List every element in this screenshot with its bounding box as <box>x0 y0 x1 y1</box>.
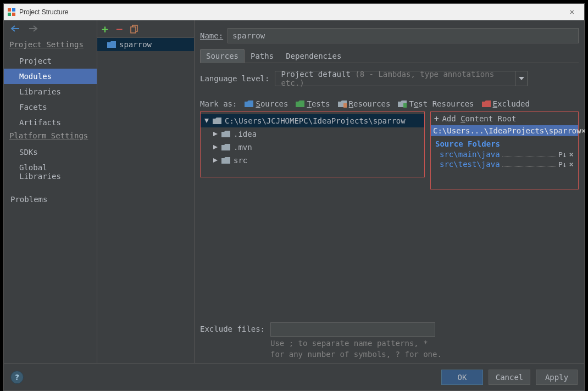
tree-row-mvn[interactable]: .mvn <box>201 141 424 154</box>
content-root-path: C:\Users...\IdeaProjects\sparrow <box>433 126 581 135</box>
nav-item-facets[interactable]: Facets <box>4 99 97 115</box>
nav-item-global-libraries[interactable]: Global Libraries <box>4 160 97 184</box>
left-sidebar: Project Settings Project Modules Librari… <box>4 20 97 363</box>
folder-icon <box>221 157 230 164</box>
package-prefix-icon[interactable]: P↓ <box>558 150 567 159</box>
content-root-panel: + Add Content Root C:\Users...\IdeaProje… <box>430 111 579 189</box>
cancel-button[interactable]: Cancel <box>489 370 530 385</box>
dialog-footer: ? OK Cancel Apply <box>4 363 584 390</box>
remove-module-icon[interactable]: − <box>116 24 123 35</box>
module-tabs: Sources Paths Dependencies <box>200 49 579 63</box>
tab-sources[interactable]: Sources <box>200 49 245 63</box>
chevron-right-icon[interactable] <box>213 145 218 149</box>
titlebar: Project Structure × <box>4 4 584 20</box>
remove-source-folder-icon[interactable]: × <box>568 150 575 159</box>
source-folder-item[interactable]: src\test\java P↓ × <box>431 159 578 169</box>
nav-forward-icon <box>28 25 38 32</box>
exclude-files-label: Exclude files: <box>200 322 265 333</box>
exclude-files-input[interactable] <box>270 322 435 337</box>
nav-item-sdks[interactable]: SDKs <box>4 144 97 160</box>
add-icon: + <box>434 114 439 123</box>
modules-list-panel: + − sparrow <box>97 20 195 363</box>
mark-as-row: Mark as: Sources Tests Resources <box>200 99 579 108</box>
window-title: Project Structure <box>19 8 68 16</box>
language-level-select[interactable]: Project default (8 - Lambdas, type annot… <box>275 71 528 86</box>
folder-icon <box>107 41 116 48</box>
remove-source-folder-icon[interactable]: × <box>568 160 575 169</box>
exclude-hint-line1: Use ; to separate name patterns, * <box>270 339 442 348</box>
package-prefix-icon[interactable]: P↓ <box>558 160 567 169</box>
chevron-right-icon[interactable] <box>213 132 218 136</box>
svg-rect-9 <box>403 103 407 108</box>
exclude-hint-line2: for any number of symbols, ? for one. <box>270 350 442 359</box>
folder-excluded-icon <box>482 100 491 108</box>
language-level-label: Language level: <box>200 74 269 83</box>
nav-item-modules[interactable]: Modules <box>4 69 97 84</box>
svg-rect-7 <box>131 27 136 33</box>
module-name-input[interactable] <box>228 28 579 43</box>
nav-item-libraries[interactable]: Libraries <box>4 84 97 99</box>
add-content-root-button[interactable]: + Add Content Root <box>431 112 578 125</box>
tab-dependencies[interactable]: Dependencies <box>280 49 347 63</box>
mark-chip-sources[interactable]: Sources <box>245 99 288 108</box>
content-root-tree[interactable]: C:\Users\JCJHOMEPC\IdeaProjects\sparrow … <box>200 111 425 177</box>
nav-section-project-settings: Project Settings <box>4 39 97 53</box>
module-label: sparrow <box>119 40 152 49</box>
tab-paths[interactable]: Paths <box>245 49 280 63</box>
source-folder-item[interactable]: src\main\java P↓ × <box>431 149 578 159</box>
tree-row-idea[interactable]: .idea <box>201 127 424 141</box>
content-root-path-row[interactable]: C:\Users...\IdeaProjects\sparrow × <box>431 125 578 136</box>
add-module-icon[interactable]: + <box>102 24 108 35</box>
chevron-down-icon <box>515 71 528 86</box>
nav-item-project[interactable]: Project <box>4 53 97 69</box>
chevron-right-icon[interactable] <box>213 158 218 163</box>
mark-as-label: Mark as: <box>200 99 237 108</box>
module-details-panel: Name: Sources Paths Dependencies Languag… <box>195 20 584 363</box>
project-structure-window: Project Structure × Project Settings Pro… <box>3 3 585 391</box>
svg-rect-2 <box>8 13 11 16</box>
modules-toolbar: + − <box>97 20 194 38</box>
name-label: Name: <box>200 31 223 40</box>
mark-chip-tests[interactable]: Tests <box>296 99 330 108</box>
svg-rect-8 <box>343 103 347 108</box>
folder-tests-icon <box>296 100 304 108</box>
module-item-sparrow[interactable]: sparrow <box>97 38 194 51</box>
svg-rect-1 <box>12 8 15 12</box>
close-icon[interactable]: × <box>563 7 581 18</box>
folder-sources-icon <box>245 100 253 108</box>
folder-icon <box>221 130 230 138</box>
language-level-value: Project default (8 - Lambdas, type annot… <box>275 70 514 87</box>
copy-module-icon[interactable] <box>130 25 139 33</box>
remove-content-root-icon[interactable]: × <box>581 126 586 135</box>
ok-button[interactable]: OK <box>441 370 483 385</box>
folder-icon <box>213 117 221 125</box>
apply-button[interactable]: Apply <box>536 370 578 385</box>
mark-chip-resources[interactable]: Resources <box>338 99 391 108</box>
folder-resources-icon <box>338 100 347 108</box>
folder-icon <box>221 143 230 151</box>
help-icon[interactable]: ? <box>10 371 24 384</box>
tree-row-src[interactable]: src <box>201 154 424 167</box>
svg-rect-0 <box>8 8 11 12</box>
nav-section-platform-settings: Platform Settings <box>4 130 97 144</box>
mark-chip-excluded[interactable]: Excluded <box>482 99 530 108</box>
chevron-down-icon[interactable] <box>204 119 209 123</box>
nav-item-artifacts[interactable]: Artifacts <box>4 115 97 130</box>
nav-back-icon[interactable] <box>10 25 20 32</box>
app-icon <box>7 8 16 16</box>
svg-rect-3 <box>12 13 15 16</box>
nav-item-problems[interactable]: Problems <box>4 192 97 207</box>
tree-root-label: C:\Users\JCJHOMEPC\IdeaProjects\sparrow <box>225 116 406 125</box>
folder-test-resources-icon <box>398 100 407 108</box>
tree-root-row[interactable]: C:\Users\JCJHOMEPC\IdeaProjects\sparrow <box>201 114 424 127</box>
source-folders-heading: Source Folders <box>431 136 578 149</box>
mark-chip-test-resources[interactable]: Test Resources <box>398 99 474 108</box>
